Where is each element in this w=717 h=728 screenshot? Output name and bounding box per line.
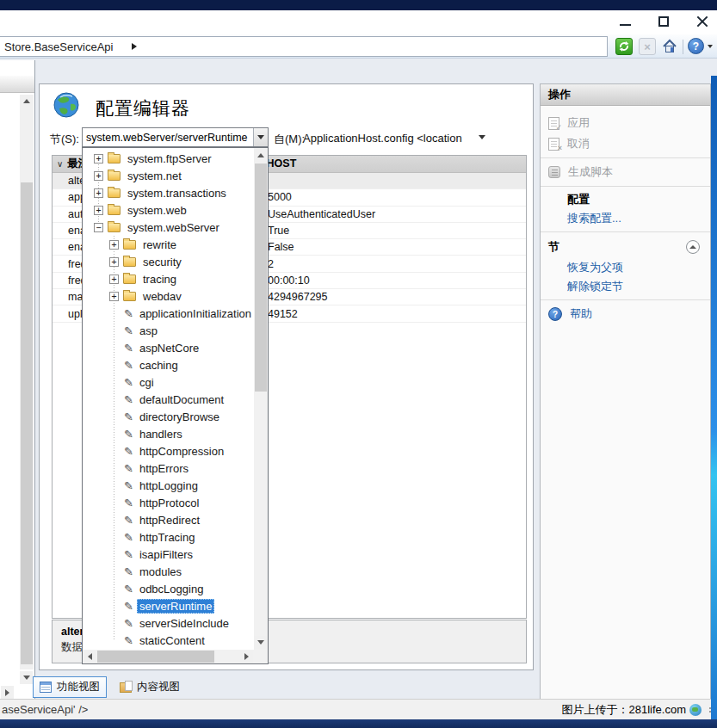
dropdown-scroll-left-button[interactable]	[83, 651, 96, 663]
refresh-button[interactable]	[615, 38, 633, 55]
minimize-button[interactable]	[620, 24, 631, 26]
connections-scroll-down-button[interactable]	[20, 671, 33, 684]
tree-item-rewrite[interactable]: +rewrite	[83, 236, 253, 253]
help-link[interactable]: ? 帮助	[541, 304, 710, 324]
tree-item-httpRedirect[interactable]: ✎httpRedirect	[83, 511, 253, 528]
tree-item-label[interactable]: security	[140, 255, 184, 269]
tree-item-label[interactable]: httpLogging	[137, 478, 201, 493]
property-value[interactable]: True	[268, 225, 526, 237]
tree-item-cgi[interactable]: ✎cgi	[83, 373, 253, 391]
tab-content-view[interactable]: 内容视图	[114, 676, 186, 698]
dropdown-vertical-scrollbar[interactable]	[254, 148, 268, 650]
tree-item-label[interactable]: odbcLogging	[137, 582, 206, 596]
from-value[interactable]: ApplicationHost.config <location	[303, 132, 462, 145]
tree-item-httpTracing[interactable]: ✎httpTracing	[83, 528, 253, 546]
tree-item-label[interactable]: cgi	[137, 375, 157, 390]
dropdown-horizontal-scrollbar[interactable]	[83, 650, 254, 663]
tree-item-defaultDocument[interactable]: ✎defaultDocument	[83, 391, 253, 408]
property-value[interactable]: 2	[268, 258, 526, 270]
tree-item-label[interactable]: serverSideInclude	[137, 616, 232, 631]
unlock-section-link[interactable]: 解除锁定节	[541, 277, 710, 296]
tree-item-label[interactable]: webdav	[140, 289, 184, 304]
section-combobox-dropdown-button[interactable]	[253, 128, 268, 146]
tree-item-odbcLogging[interactable]: ✎odbcLogging	[83, 580, 253, 597]
property-value[interactable]: 5000	[268, 191, 526, 203]
tree-item-tracing[interactable]: +tracing	[83, 270, 253, 287]
tree-item-httpProtocol[interactable]: ✎httpProtocol	[83, 494, 253, 511]
section-combobox[interactable]: system.webServer/serverRuntime	[82, 127, 269, 147]
tree-item-label[interactable]: serverRuntime	[137, 599, 215, 614]
revert-to-parent-link[interactable]: 恢复为父项	[541, 258, 710, 277]
tree-item-applicationInitialization[interactable]: ✎applicationInitialization	[83, 305, 253, 322]
section-tree[interactable]: +system.ftpServer+system.net+system.tran…	[83, 150, 253, 649]
tree-item-label[interactable]: system.web	[125, 203, 189, 218]
tree-item-label[interactable]: defaultDocument	[137, 392, 226, 407]
tree-item-label[interactable]: system.net	[125, 169, 184, 183]
tree-item-httpErrors[interactable]: ✎httpErrors	[83, 460, 253, 477]
tree-item-handlers[interactable]: ✎handlers	[83, 425, 253, 442]
dropdown-vscroll-thumb[interactable]	[255, 163, 267, 392]
tree-item-label[interactable]: aspNetCore	[137, 341, 201, 355]
tree-item-label[interactable]: httpRedirect	[137, 513, 202, 527]
tree-item-serverSideInclude[interactable]: ✎serverSideInclude	[83, 614, 253, 632]
help-dropdown-caret-icon[interactable]	[708, 45, 713, 48]
tree-item-label[interactable]: staticContent	[137, 633, 207, 648]
collapse-expander-icon[interactable]: −	[94, 223, 103, 232]
dropdown-scroll-up-button[interactable]	[254, 149, 267, 162]
tree-item-directoryBrowse[interactable]: ✎directoryBrowse	[83, 408, 253, 425]
property-value[interactable]: 4294967295	[268, 291, 526, 303]
tree-item-system.web[interactable]: +system.web	[83, 201, 253, 219]
connections-scroll-up-button[interactable]	[20, 95, 33, 108]
property-value[interactable]: 49152	[268, 308, 526, 320]
breadcrumb-bar[interactable]: Store.BaseServiceApi	[0, 36, 608, 57]
tree-item-label[interactable]: modules	[137, 565, 184, 579]
tree-item-httpCompression[interactable]: ✎httpCompression	[83, 442, 253, 460]
tree-item-label[interactable]: httpCompression	[137, 444, 226, 459]
tree-item-staticContent[interactable]: ✎staticContent	[83, 632, 253, 649]
tree-item-label[interactable]: httpProtocol	[137, 496, 201, 510]
tree-item-asp[interactable]: ✎asp	[83, 322, 253, 339]
property-value[interactable]: 00:00:10	[268, 275, 526, 287]
expand-expander-icon[interactable]: +	[109, 240, 119, 250]
property-value[interactable]: UseAuthenticatedUser	[268, 208, 526, 220]
tree-item-label[interactable]: asp	[137, 324, 160, 338]
expand-expander-icon[interactable]: +	[109, 257, 119, 267]
tree-item-label[interactable]: tracing	[140, 272, 179, 287]
expand-expander-icon[interactable]: +	[94, 206, 103, 215]
dropdown-scroll-down-button[interactable]	[254, 636, 267, 649]
maximize-button[interactable]	[658, 16, 669, 27]
connections-scrollbar-thumb[interactable]	[21, 182, 33, 664]
tree-item-label[interactable]: directoryBrowse	[137, 410, 222, 424]
dropdown-hscroll-thumb[interactable]	[97, 651, 214, 663]
tab-features-view[interactable]: 功能视图	[33, 676, 107, 698]
tree-item-caching[interactable]: ✎caching	[83, 356, 253, 373]
expand-expander-icon[interactable]: +	[94, 154, 103, 163]
tree-item-system.ftpServer[interactable]: +system.ftpServer	[83, 150, 253, 167]
expand-expander-icon[interactable]: +	[94, 171, 103, 181]
tree-item-label[interactable]: httpErrors	[137, 461, 191, 476]
dropdown-scroll-right-button[interactable]	[240, 651, 253, 663]
tree-item-system.net[interactable]: +system.net	[83, 167, 253, 184]
tree-item-modules[interactable]: ✎modules	[83, 563, 253, 580]
tree-item-system.transactions[interactable]: +system.transactions	[83, 184, 253, 201]
tree-item-isapiFilters[interactable]: ✎isapiFilters	[83, 546, 253, 563]
tree-item-label[interactable]: handlers	[137, 427, 185, 441]
from-dropdown-caret-icon[interactable]	[479, 135, 485, 139]
tree-item-serverRuntime[interactable]: ✎serverRuntime	[83, 597, 253, 614]
tree-item-label[interactable]: caching	[137, 358, 181, 373]
tree-item-label[interactable]: system.transactions	[125, 186, 229, 201]
tree-item-label[interactable]: isapiFilters	[137, 547, 195, 562]
connections-scroll-right-button[interactable]	[1, 686, 14, 699]
tree-item-label[interactable]: httpTracing	[137, 530, 198, 545]
collapse-section-button[interactable]	[686, 240, 700, 254]
tree-item-security[interactable]: +security	[83, 253, 253, 270]
breadcrumb-arrow-icon[interactable]	[132, 43, 137, 50]
tree-item-label[interactable]: system.webServer	[125, 220, 222, 235]
tree-item-system.webServer[interactable]: −system.webServer	[83, 219, 253, 236]
expand-expander-icon[interactable]: +	[109, 275, 119, 284]
tree-item-label[interactable]: applicationInitialization	[137, 306, 253, 321]
tree-item-httpLogging[interactable]: ✎httpLogging	[83, 477, 253, 494]
collapse-chevron-icon[interactable]: ∨	[57, 159, 63, 169]
help-toolbar-button[interactable]: ?	[688, 38, 704, 54]
tree-item-aspNetCore[interactable]: ✎aspNetCore	[83, 339, 253, 356]
